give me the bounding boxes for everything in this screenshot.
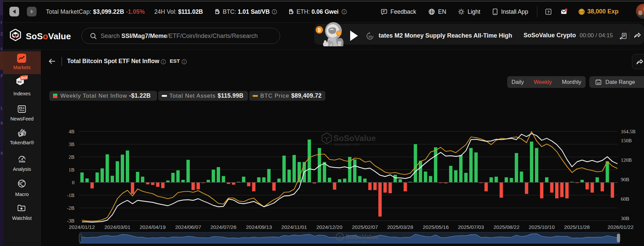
svg-text:2024/12/20: 2024/12/20 [316, 224, 342, 230]
svg-text:1B: 1B [68, 167, 74, 173]
svg-text:2025/10/10: 2025/10/10 [529, 224, 555, 230]
svg-text:150B: 150B [621, 138, 632, 143]
svg-text:sosovalue.com: sosovalue.com [334, 142, 360, 146]
svg-text:2025/11/28: 2025/11/28 [564, 224, 590, 230]
svg-text:2025/08/22: 2025/08/22 [493, 224, 520, 230]
svg-text:30B: 30B [621, 216, 629, 221]
svg-text:3B: 3B [68, 142, 74, 147]
svg-text:2024/06/07: 2024/06/07 [175, 224, 201, 230]
svg-text:SoSoValue: SoSoValue [345, 233, 378, 240]
svg-text:SoSoValue: SoSoValue [333, 134, 376, 143]
svg-text:0: 0 [72, 180, 75, 185]
svg-text:2025/07/03: 2025/07/03 [458, 224, 484, 230]
svg-text:sosovalue.com: sosovalue.com [346, 240, 366, 243]
svg-text:-3B: -3B [67, 218, 75, 224]
svg-text:2025/02/07: 2025/02/07 [352, 224, 378, 230]
svg-text:2024/07/26: 2024/07/26 [210, 224, 236, 230]
svg-text:60B: 60B [621, 196, 629, 202]
svg-text:120B: 120B [621, 157, 632, 163]
svg-text:2025/05/16: 2025/05/16 [423, 224, 449, 230]
svg-text:2024/11/01: 2024/11/01 [281, 224, 307, 230]
svg-text:-2B: -2B [67, 205, 75, 211]
svg-text:2024/09/13: 2024/09/13 [246, 224, 272, 230]
svg-text:2024/01/12: 2024/01/12 [69, 224, 95, 230]
svg-text:2026/01/22: 2026/01/22 [607, 224, 634, 230]
svg-text:4B: 4B [68, 129, 74, 134]
svg-text:2024/04/19: 2024/04/19 [140, 224, 166, 230]
svg-text:2025/03/28: 2025/03/28 [387, 224, 413, 230]
svg-text:90B: 90B [621, 177, 629, 182]
svg-text:2024/03/01: 2024/03/01 [104, 224, 130, 230]
svg-text:-1B: -1B [67, 193, 75, 198]
svg-text:164.5B: 164.5B [621, 129, 636, 134]
svg-text:2B: 2B [68, 154, 74, 160]
